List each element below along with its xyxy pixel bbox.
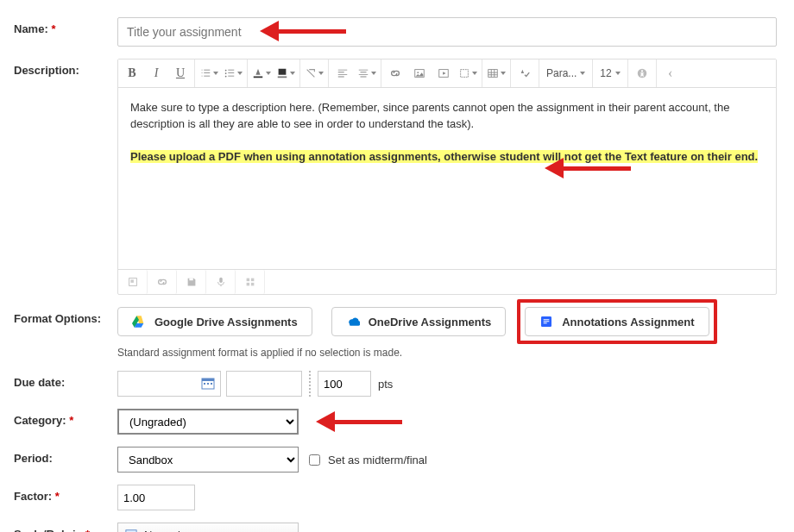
toolbar-collapse-button[interactable]: ‹ (660, 63, 681, 84)
name-label: Name: * (14, 17, 117, 35)
svg-rect-19 (246, 283, 249, 286)
list-ol-icon (199, 67, 211, 79)
media-icon (438, 67, 450, 79)
due-time-input[interactable] (226, 371, 302, 397)
midterm-final-text: Set as midterm/final (328, 454, 427, 466)
calendar-icon (201, 377, 215, 391)
footer-link-button[interactable] (148, 270, 177, 294)
annotations-icon (539, 315, 553, 329)
svg-rect-20 (250, 283, 254, 286)
editor-content[interactable]: Make sure to type a description here. (R… (118, 88, 776, 269)
clear-format-button[interactable] (304, 63, 325, 84)
google-drive-icon (132, 315, 146, 329)
svg-rect-3 (254, 77, 263, 78)
svg-rect-23 (202, 379, 214, 381)
svg-point-1 (225, 72, 227, 74)
period-label: Period: (14, 447, 117, 465)
image-icon (413, 67, 425, 79)
svg-rect-24 (204, 383, 205, 385)
scale-rubric-label: Scale/Rubric:* (14, 523, 117, 532)
spellcheck-button[interactable] (514, 63, 535, 84)
due-date-label: Due date: (14, 371, 117, 389)
svg-point-2 (225, 76, 227, 78)
link-icon (389, 67, 401, 79)
midterm-final-checkbox[interactable] (309, 454, 320, 466)
svg-rect-17 (246, 279, 249, 282)
font-size-select[interactable]: 12 (596, 63, 623, 84)
grid-icon (244, 276, 256, 288)
factor-input[interactable] (117, 485, 195, 510)
insert-table-button[interactable] (486, 63, 507, 84)
background-color-button[interactable] (275, 63, 296, 84)
highlight-icon (276, 67, 288, 79)
assignment-name-input[interactable] (117, 17, 777, 47)
svg-rect-16 (219, 278, 223, 283)
svg-rect-14 (130, 279, 134, 283)
align-icon (357, 67, 369, 79)
description-label: Description: (14, 59, 117, 77)
paragraph-format-select[interactable]: Para... (543, 63, 589, 84)
accessibility-button[interactable] (632, 63, 652, 84)
align-left-button[interactable] (332, 63, 353, 84)
editor-footer-tabs (118, 269, 776, 294)
svg-rect-15 (189, 279, 192, 281)
onedrive-button[interactable]: OneDrive Assignments (331, 307, 507, 336)
rich-text-editor: B I U (117, 59, 777, 295)
midterm-final-checkbox-label[interactable]: Set as midterm/final (306, 452, 427, 468)
svg-point-7 (417, 72, 419, 73)
insert-link-button[interactable] (385, 63, 406, 84)
footer-mic-button[interactable] (206, 270, 236, 294)
svg-rect-26 (211, 383, 212, 385)
clear-format-icon (305, 67, 317, 79)
numeric-scale-icon (125, 529, 137, 532)
special-char-icon (458, 67, 470, 79)
annotations-button[interactable]: Annotations Assignment (525, 307, 709, 336)
spellcheck-icon (519, 67, 531, 79)
description-paragraph: Make sure to type a description here. (R… (130, 100, 764, 133)
microphone-icon (215, 276, 227, 288)
text-color-button[interactable] (251, 63, 272, 84)
svg-rect-5 (278, 77, 287, 78)
align-more-button[interactable] (356, 63, 377, 84)
points-label: pts (378, 378, 393, 391)
insert-media-button[interactable] (433, 63, 454, 84)
table-icon (487, 67, 499, 79)
svg-point-12 (641, 70, 643, 72)
google-drive-button[interactable]: Google Drive Assignments (117, 307, 312, 336)
insert-image-button[interactable] (409, 63, 430, 84)
editor-toolbar: B I U (118, 59, 776, 88)
bold-button[interactable]: B (122, 63, 142, 84)
period-select[interactable]: Sandbox (117, 447, 299, 473)
category-select[interactable]: (Ungraded) (117, 409, 299, 435)
scale-rubric-value: Numeric (144, 529, 186, 533)
text-color-icon (252, 67, 264, 79)
format-hint-text: Standard assignment format is applied if… (117, 347, 780, 359)
arrow-annotation (316, 411, 402, 432)
underline-button[interactable]: U (170, 63, 191, 84)
onedrive-icon (346, 315, 360, 329)
save-icon (186, 276, 198, 288)
unordered-list-button[interactable] (223, 63, 243, 84)
insert-special-button[interactable] (457, 63, 478, 84)
accessibility-icon (636, 67, 648, 79)
svg-rect-9 (461, 70, 469, 78)
svg-rect-25 (207, 383, 209, 385)
ordered-list-button[interactable] (198, 63, 219, 84)
required-asterisk: * (55, 490, 60, 503)
footer-source-button[interactable] (236, 270, 265, 294)
annotations-highlight-box: Annotations Assignment (517, 299, 716, 344)
scale-rubric-select[interactable]: Numeric (117, 523, 299, 532)
format-options-label: Format Options: (14, 307, 117, 325)
italic-button[interactable]: I (146, 63, 167, 84)
required-asterisk: * (69, 414, 73, 427)
required-asterisk: * (51, 22, 55, 35)
attachment-icon (127, 276, 139, 288)
divider (309, 371, 311, 397)
footer-save-button[interactable] (177, 270, 206, 294)
svg-rect-4 (279, 69, 287, 75)
align-left-icon (337, 67, 349, 79)
footer-attachment-button[interactable] (118, 270, 148, 294)
points-input[interactable] (318, 371, 371, 397)
due-date-picker[interactable] (117, 371, 221, 397)
category-label: Category: * (14, 409, 117, 427)
